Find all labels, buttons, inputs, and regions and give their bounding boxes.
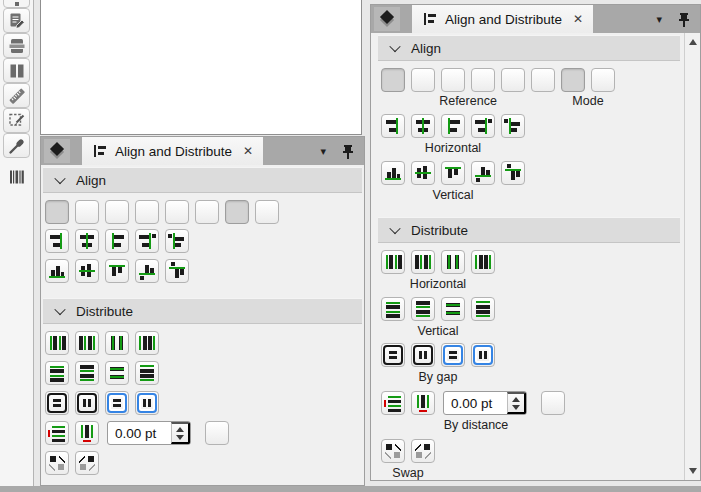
align-left-to-anchor-button[interactable] [165,229,189,253]
gap-columns-anchor-button[interactable] [135,391,159,415]
distribute-right-edges-button[interactable] [411,250,435,274]
align-left-to-anchor-button[interactable] [501,114,525,138]
align-section-header[interactable]: Align [378,35,680,61]
distribute-equal-vertical-gaps-button[interactable] [471,297,495,321]
spinner-arrows[interactable] [507,392,526,414]
pin-icon[interactable] [677,10,691,28]
distribute-equal-horizontal-gaps-button[interactable] [471,250,495,274]
pin-icon[interactable] [341,142,355,160]
distribute-left-edges-button[interactable] [381,250,405,274]
swap-positions-counterclockwise-button[interactable] [411,439,435,463]
scroll-up-icon[interactable] [685,35,700,49]
dock-dialog-icon-button[interactable] [44,139,70,163]
reference-option-4-button[interactable] [471,68,495,92]
scrollbar[interactable] [684,33,700,480]
center-on-horizontal-axis-button[interactable] [411,161,435,185]
distribute-equal-horizontal-gaps-button[interactable] [135,331,159,355]
align-right-to-anchor-button[interactable] [135,229,159,253]
gap-columns-anchor-button[interactable] [471,343,495,367]
align-bottom-edges-button[interactable] [45,259,69,283]
swap-positions-counterclockwise-button[interactable] [75,451,99,475]
center-on-horizontal-axis-button[interactable] [75,259,99,283]
align-right-edges-button[interactable] [45,229,69,253]
reference-option-3-button[interactable] [105,200,129,224]
distribute-bottom-edges-button[interactable] [411,297,435,321]
reference-option-5-button[interactable] [165,200,189,224]
reference-option-6-button[interactable] [531,68,555,92]
align-top-edges-button[interactable] [441,161,465,185]
distance-vertical-button[interactable] [45,421,69,445]
mode-option-1-button[interactable] [561,68,585,92]
reference-option-1-button[interactable] [45,200,69,224]
swap-positions-clockwise-button[interactable] [45,451,69,475]
swap-positions-clockwise-button[interactable] [381,439,405,463]
reference-option-2-button[interactable] [411,68,435,92]
center-on-vertical-axis-button[interactable] [75,229,99,253]
gap-columns-button[interactable] [75,391,99,415]
distance-unit-button[interactable] [541,391,565,415]
reference-option-2-button[interactable] [75,200,99,224]
distribute-centers-horizontally-button[interactable] [441,250,465,274]
close-icon[interactable]: ✕ [573,12,583,26]
selection-edit-button[interactable] [3,108,30,133]
distribute-bottom-edges-button[interactable] [75,361,99,385]
distribute-section-header[interactable]: Distribute [43,298,362,324]
reference-option-3-button[interactable] [441,68,465,92]
align-top-to-anchor-button[interactable] [165,259,189,283]
close-icon[interactable]: ✕ [243,144,253,158]
clipboard-object-button[interactable] [3,33,30,58]
align-bottom-to-anchor-button[interactable] [135,259,159,283]
color-picker-button[interactable] [3,133,30,158]
distribute-section-header[interactable]: Distribute [378,217,680,243]
dock-menu-icon[interactable]: ▾ [320,145,326,158]
gap-columns-button[interactable] [411,343,435,367]
align-bottom-to-anchor-button[interactable] [471,161,495,185]
align-right-edges-button[interactable] [381,114,405,138]
columns-button[interactable] [3,58,30,83]
distribute-top-edges-button[interactable] [381,297,405,321]
dock-menu-icon[interactable]: ▾ [656,13,662,26]
distribute-centers-vertically-button[interactable] [105,361,129,385]
distribute-equal-vertical-gaps-button[interactable] [135,361,159,385]
distance-value-input[interactable] [444,392,507,414]
align-bottom-edges-button[interactable] [381,161,405,185]
spinner-arrows[interactable] [171,422,190,444]
reference-option-1-button[interactable] [381,68,405,92]
align-right-to-anchor-button[interactable] [471,114,495,138]
distribute-left-edges-button[interactable] [45,331,69,355]
notes-edit-button[interactable] [3,8,30,33]
align-top-to-anchor-button[interactable] [501,161,525,185]
distribute-top-edges-button[interactable] [45,361,69,385]
clipped-toolbar-button[interactable] [3,0,30,8]
distribute-centers-horizontally-button[interactable] [105,331,129,355]
scroll-down-icon[interactable] [685,464,700,478]
align-top-edges-button[interactable] [105,259,129,283]
distance-unit-button[interactable] [205,421,229,445]
mode-option-2-button[interactable] [255,200,279,224]
align-left-edges-button[interactable] [441,114,465,138]
distance-horizontal-button[interactable] [75,421,99,445]
distance-vertical-button[interactable] [381,391,405,415]
tab-align-and-distribute[interactable]: Align and Distribute ✕ [412,5,593,33]
dock-dialog-icon-button[interactable] [374,7,400,31]
align-left-edges-button[interactable] [105,229,129,253]
align-section-header[interactable]: Align [43,167,362,193]
mode-option-2-button[interactable] [591,68,615,92]
distribute-right-edges-button[interactable] [75,331,99,355]
gap-rows-anchor-button[interactable] [441,343,465,367]
distance-horizontal-button[interactable] [411,391,435,415]
reference-option-4-button[interactable] [135,200,159,224]
distance-value-input[interactable] [108,422,171,444]
measure-button[interactable] [3,83,30,108]
gap-rows-anchor-button[interactable] [105,391,129,415]
gap-rows-button[interactable] [381,343,405,367]
reference-option-6-button[interactable] [195,200,219,224]
canvas[interactable] [40,0,362,135]
gap-rows-button[interactable] [45,391,69,415]
mode-option-1-button[interactable] [225,200,249,224]
reference-mode-captions: Reference Mode [381,95,700,108]
distribute-centers-vertically-button[interactable] [441,297,465,321]
reference-option-5-button[interactable] [501,68,525,92]
tab-align-and-distribute[interactable]: Align and Distribute ✕ [82,137,263,165]
center-on-vertical-axis-button[interactable] [411,114,435,138]
